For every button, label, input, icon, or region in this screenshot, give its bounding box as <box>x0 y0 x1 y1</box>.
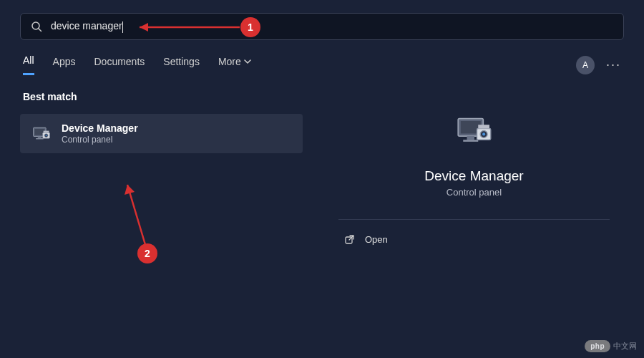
open-label: Open <box>365 234 388 245</box>
watermark-pill: php <box>585 340 610 352</box>
tab-settings[interactable]: Settings <box>163 54 200 75</box>
watermark: php 中文网 <box>585 340 637 352</box>
svg-rect-5 <box>36 138 44 139</box>
svg-rect-9 <box>44 130 49 132</box>
svg-marker-22 <box>125 185 135 195</box>
result-text: Device Manager Control panel <box>62 122 138 145</box>
results-column: Best match Device Manager Control panel <box>20 91 303 259</box>
content-area: Best match Device Manager Control panel <box>0 75 644 259</box>
user-avatar[interactable]: A <box>576 56 595 74</box>
svg-point-8 <box>46 135 47 136</box>
chevron-down-icon <box>244 58 251 65</box>
text-cursor <box>122 21 123 33</box>
search-input-value: device manager <box>51 20 122 32</box>
svg-marker-20 <box>140 23 148 32</box>
tab-documents[interactable]: Documents <box>94 54 145 75</box>
best-match-label: Best match <box>20 91 303 102</box>
search-icon <box>31 21 42 32</box>
tab-apps[interactable]: Apps <box>53 54 76 75</box>
overflow-menu-button[interactable]: ··· <box>606 57 621 72</box>
result-title: Device Manager <box>62 122 138 134</box>
filter-tabs: All Apps Documents Settings More <box>23 54 576 75</box>
open-external-icon <box>344 234 355 245</box>
detail-subtitle: Control panel <box>324 187 624 198</box>
svg-point-16 <box>482 132 485 135</box>
watermark-text: 中文网 <box>613 341 637 352</box>
tab-all[interactable]: All <box>23 54 34 75</box>
svg-rect-12 <box>467 136 474 140</box>
annotation-badge-1: 1 <box>240 17 260 37</box>
detail-panel: Device Manager Control panel Open <box>324 91 624 259</box>
open-action[interactable]: Open <box>324 220 624 259</box>
filter-tabs-row: All Apps Documents Settings More A ··· <box>0 40 644 75</box>
annotation-badge-2: 2 <box>137 243 157 263</box>
detail-title: Device Manager <box>324 168 624 184</box>
result-device-manager[interactable]: Device Manager Control panel <box>20 114 303 153</box>
annotation-arrow-1 <box>132 21 243 33</box>
device-manager-icon <box>31 124 52 144</box>
detail-column: Device Manager Control panel Open <box>324 91 624 259</box>
device-manager-icon <box>454 111 494 151</box>
result-subtitle: Control panel <box>62 135 138 145</box>
svg-rect-17 <box>478 125 489 128</box>
svg-line-21 <box>127 185 146 247</box>
svg-rect-13 <box>463 140 478 142</box>
search-bar[interactable]: device manager <box>20 13 624 40</box>
tab-more[interactable]: More <box>218 54 251 75</box>
svg-line-1 <box>39 29 42 32</box>
svg-rect-4 <box>38 136 42 138</box>
